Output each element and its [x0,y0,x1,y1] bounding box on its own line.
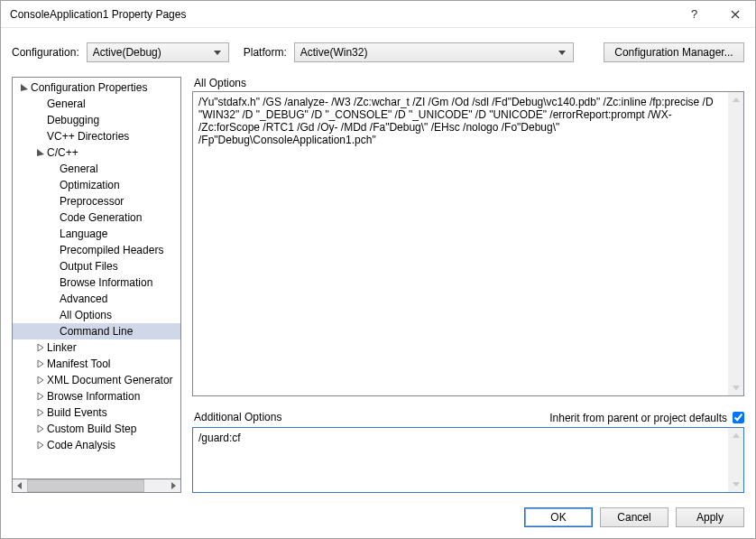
tree-item-xmldoc[interactable]: XML Document Generator [13,372,180,388]
tree-item-codegen[interactable]: Code Generation [13,209,180,226]
close-button[interactable] [715,1,755,28]
titlebar: ConsoleApplication1 Property Pages ? [1,1,755,28]
scroll-down-icon[interactable] [728,477,743,492]
collapse-icon[interactable] [18,84,31,91]
all-options-label: All Options [194,77,744,89]
configuration-label: Configuration: [12,46,79,59]
tree-item-code-analysis[interactable]: Code Analysis [13,437,180,453]
property-tree[interactable]: Configuration Properties General Debuggi… [12,77,181,479]
configuration-combo[interactable]: Active(Debug) [87,42,229,62]
tree-item-vcdirs[interactable]: VC++ Directories [13,128,180,144]
expand-icon[interactable] [34,441,47,449]
tree-item-debugging[interactable]: Debugging [13,112,180,128]
tree-item-pch[interactable]: Precompiled Headers [13,242,180,258]
tree-item-browseinfo-ccpp[interactable]: Browse Information [13,274,180,291]
tree-item-config-props[interactable]: Configuration Properties [13,79,180,96]
inherit-label: Inherit from parent or project defaults [549,412,727,424]
collapse-icon[interactable] [34,149,47,156]
all-options-vscrollbar[interactable] [728,92,743,395]
expand-icon[interactable] [34,425,47,432]
additional-options-label: Additional Options [194,411,281,423]
tree-item-output-files[interactable]: Output Files [13,258,180,274]
dialog-footer: OK Cancel Apply [1,497,755,538]
expand-icon[interactable] [34,344,47,351]
tree-item-optimization[interactable]: Optimization [13,177,180,193]
all-options-text[interactable]: /Yu"stdafx.h" /GS /analyze- /W3 /Zc:wcha… [193,92,728,395]
apply-button[interactable]: Apply [676,507,744,527]
scroll-down-icon[interactable] [728,380,743,395]
tree-panel: Configuration Properties General Debuggi… [12,77,181,493]
tree-item-custom-build[interactable]: Custom Build Step [13,421,180,437]
expand-icon[interactable] [34,393,47,400]
body-area: Configuration Properties General Debuggi… [1,77,755,497]
tree-hscrollbar[interactable] [12,479,181,493]
platform-combo[interactable]: Active(Win32) [294,42,574,62]
tree-item-preprocessor[interactable]: Preprocessor [13,193,180,209]
all-options-box: /Yu"stdafx.h" /GS /analyze- /W3 /Zc:wcha… [192,91,744,396]
scroll-right-icon[interactable] [166,479,180,492]
tree-item-language[interactable]: Language [13,226,180,242]
platform-combo-value: Active(Win32) [300,46,555,59]
scroll-thumb[interactable] [27,479,144,492]
help-button[interactable]: ? [674,1,715,28]
tree-item-build-events[interactable]: Build Events [13,404,180,421]
expand-icon[interactable] [34,360,47,367]
tree-item-ccpp-general[interactable]: General [13,161,180,177]
additional-options-vscrollbar[interactable] [728,428,743,492]
configuration-combo-value: Active(Debug) [93,46,210,59]
right-panel: All Options /Yu"stdafx.h" /GS /analyze- … [192,77,744,493]
additional-options-text[interactable]: /guard:cf [193,428,728,492]
expand-icon[interactable] [34,409,47,416]
window-title: ConsoleApplication1 Property Pages [10,8,674,21]
close-icon [731,10,740,19]
property-pages-dialog: ConsoleApplication1 Property Pages ? Con… [0,0,756,539]
chevron-down-icon [210,51,225,55]
scroll-up-icon[interactable] [728,92,743,107]
tree-item-manifest[interactable]: Manifest Tool [13,356,180,372]
tree-item-ccpp[interactable]: C/C++ [13,144,180,161]
inherit-checkbox-row[interactable]: Inherit from parent or project defaults [549,412,744,424]
platform-label: Platform: [244,46,287,59]
tree-item-general[interactable]: General [13,96,180,112]
scroll-up-icon[interactable] [728,428,743,443]
configuration-manager-button[interactable]: Configuration Manager... [604,42,744,62]
tree-item-browseinfo[interactable]: Browse Information [13,388,180,404]
scroll-left-icon[interactable] [13,479,27,492]
tree-item-linker[interactable]: Linker [13,339,180,356]
cancel-button[interactable]: Cancel [600,507,668,527]
ok-button[interactable]: OK [524,507,593,527]
tree-item-command-line[interactable]: Command Line [13,323,180,339]
additional-options-box: /guard:cf [192,427,744,493]
configuration-toolbar: Configuration: Active(Debug) Platform: A… [1,28,755,77]
expand-icon[interactable] [34,376,47,384]
tree-item-advanced[interactable]: Advanced [13,291,180,307]
chevron-down-icon [555,51,569,55]
tree-item-all-options[interactable]: All Options [13,307,180,323]
inherit-checkbox[interactable] [733,412,744,423]
